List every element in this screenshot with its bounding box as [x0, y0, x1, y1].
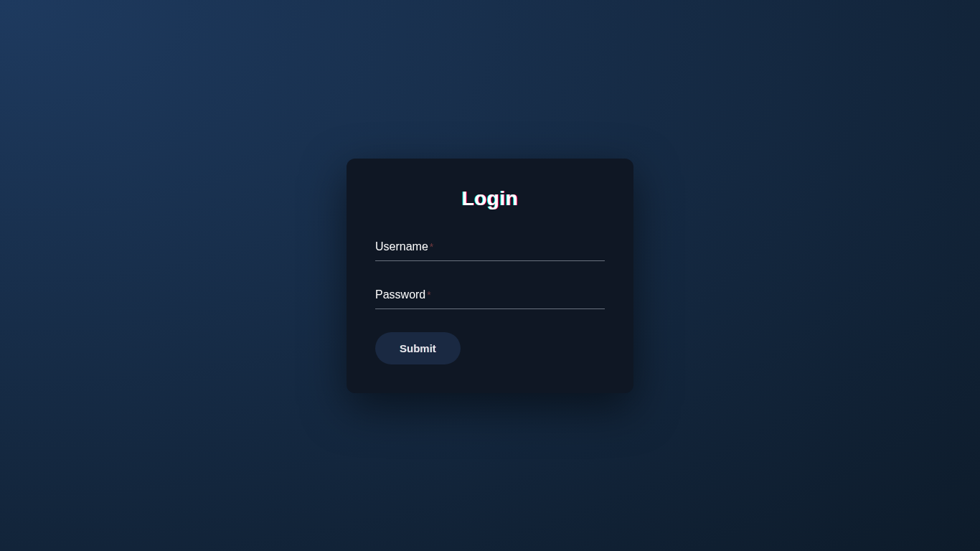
login-form: Username* Password* Submit — [375, 236, 605, 364]
password-group: Password* — [375, 284, 605, 309]
password-input[interactable] — [375, 284, 605, 309]
username-input[interactable] — [375, 236, 605, 261]
submit-button[interactable]: Submit — [375, 332, 461, 364]
login-title: Login — [375, 187, 605, 210]
login-card: Login Username* Password* Submit — [347, 159, 633, 393]
username-group: Username* — [375, 236, 605, 261]
